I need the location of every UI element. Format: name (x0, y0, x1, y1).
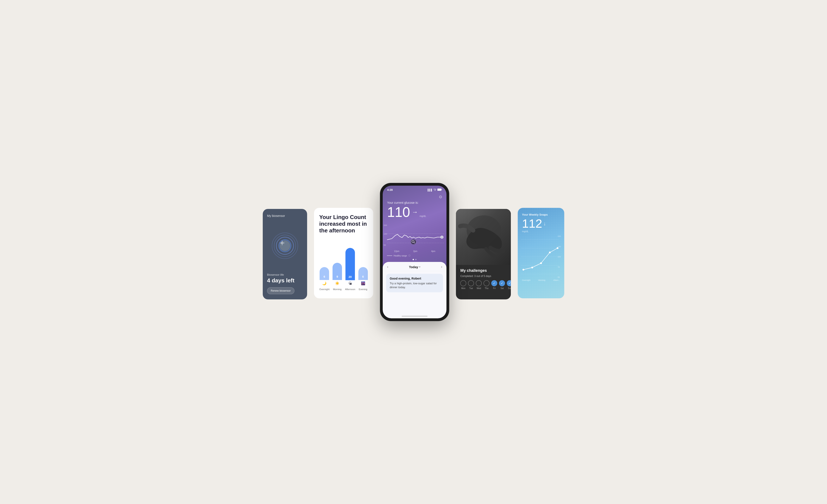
day-circle-sun: ✓ (507, 280, 510, 286)
day-item-sat: ✓ Sat (499, 280, 505, 290)
bar-label-evening: Evening (359, 288, 368, 291)
greeting-title: Good evening, Robert (390, 277, 440, 280)
biosensor-card: My biosensor Biosensor life (263, 209, 307, 299)
glucose-chart: 200 130 55 (383, 222, 446, 248)
biosensor-days-left: 4 days left (267, 277, 303, 284)
y-label-100: 100 (557, 256, 561, 258)
phone-bottom-section: ‹ Today ▾ › Good evening, Robert Try a h… (383, 262, 446, 318)
day-item-wed: Wed (476, 280, 482, 290)
bar-col-morning: 9 ☀️ Morning (332, 246, 342, 291)
bar-col-evening: 6 🌆 Evening (358, 246, 368, 291)
day-label-fri: Fri (493, 287, 496, 290)
day-label-sat: Sat (500, 287, 504, 290)
challenges-days-row: Mon Tue Wed Thu ✓ (460, 280, 506, 290)
bar-afternoon: 20 (345, 248, 355, 280)
phone-frame: 4:28 ▌▌▌ (380, 183, 449, 321)
weekly-snaps-card: Your Weekly Snaps 112 ↓ mg/dL 200 140 10… (518, 208, 564, 298)
healthy-range-line (387, 255, 392, 256)
day-label-sun: Sun (508, 287, 511, 290)
healthy-range-indicator: Healthy range ⓘ (383, 254, 446, 257)
bar-label-morning: Morning (333, 288, 342, 291)
challenges-content: My challenges Completed: 3 out of 5 days… (456, 265, 510, 299)
glucose-number: 110 (387, 205, 410, 219)
svg-text:55: 55 (384, 244, 386, 246)
day-item-mon: Mon (460, 280, 466, 290)
prev-date-button[interactable]: ‹ (387, 265, 388, 269)
weekly-unit: mg/dL (522, 230, 560, 233)
day-item-fri: ✓ Fri (491, 280, 497, 290)
lingo-bar-chart: 6 🌙 Overnight 9 ☀️ Morning (319, 239, 368, 291)
battery-icon (437, 189, 442, 191)
status-time: 4:28 (387, 188, 393, 192)
signal-icon: ▌▌▌ (428, 189, 433, 191)
renew-biosensor-button[interactable]: Renew biosensor (267, 287, 294, 294)
phone-container: 4:28 ▌▌▌ (380, 183, 449, 321)
challenges-progress: Completed: 3 out of 5 days (460, 274, 506, 278)
biosensor-center-icon (280, 240, 290, 251)
bar-value-morning: 9 (336, 275, 338, 278)
phone-screen: 4:28 ▌▌▌ (383, 186, 446, 318)
day-circle-sat: ✓ (499, 280, 505, 286)
day-label-mon: Mon (461, 287, 466, 290)
date-navigation: ‹ Today ▾ › (383, 262, 446, 271)
target-icon: ⊙ (387, 195, 442, 199)
page-dots (383, 259, 446, 260)
challenges-image (456, 209, 510, 265)
glucose-section: ⊙ Your current glucose is: 110 → mg/dL (383, 193, 446, 222)
chart-label-2pm: 2pm (413, 250, 417, 252)
lingo-count-card: Your Lingo Count increased most in the a… (314, 208, 373, 298)
svg-point-24 (540, 262, 542, 264)
bar-value-overnight: 6 (324, 275, 325, 278)
biosensor-life-label: Biosensor life (267, 273, 303, 276)
next-date-button[interactable]: › (441, 265, 442, 269)
day-circle-wed (476, 280, 482, 286)
biosensor-title: My biosensor (267, 214, 303, 217)
scene: My biosensor Biosensor life (263, 174, 564, 330)
bar-col-afternoon: 20 🌤 Afternoon (345, 246, 355, 291)
chart-x-labels: 12pm 2pm 4pm (383, 250, 446, 252)
bar-value-evening: 6 (362, 275, 364, 278)
day-label-wed: Wed (477, 287, 481, 290)
svg-point-25 (549, 252, 551, 253)
svg-rect-6 (441, 189, 442, 190)
day-item-tue: Tue (468, 280, 474, 290)
day-circle-tue (468, 280, 474, 286)
page-dot-1[interactable] (412, 259, 414, 260)
day-label-thu: Thu (485, 287, 488, 290)
bar-col-overnight: 6 🌙 Overnight (319, 246, 330, 291)
y-label-200: 200 (557, 235, 561, 237)
date-label[interactable]: Today ▾ (409, 265, 421, 269)
page-dot-2[interactable] (415, 259, 417, 260)
svg-point-12 (441, 236, 443, 239)
evening-icon: 🌆 (361, 281, 365, 285)
overnight-icon: 🌙 (322, 281, 327, 285)
status-icons: ▌▌▌ (428, 189, 442, 191)
bar-label-afternoon: Afternoon (345, 288, 355, 291)
chart-label-12pm: 12pm (394, 250, 399, 252)
challenges-title: My challenges (460, 268, 506, 273)
weekly-value-row: 112 ↓ (522, 217, 560, 230)
glucose-arrow: → (412, 209, 418, 216)
bar-morning: 9 (333, 263, 342, 280)
svg-text:200: 200 (384, 224, 387, 226)
y-label-140: 140 (557, 246, 561, 248)
weekly-glucose-value: 112 (522, 217, 542, 230)
today-label: Today (409, 265, 418, 269)
bar-label-overnight: Overnight (319, 288, 330, 291)
bar-evening: 6 (358, 267, 368, 280)
biosensor-rings (271, 232, 299, 260)
greeting-text: Try a high-protein, low-sugar salad for … (390, 282, 440, 289)
day-circle-fri: ✓ (491, 280, 497, 286)
svg-text:130: 130 (384, 233, 387, 235)
day-circle-mon (460, 280, 466, 286)
healthy-range-label: Healthy range (393, 255, 407, 257)
svg-point-4 (281, 242, 283, 244)
healthy-range-info-icon: ⓘ (408, 254, 410, 257)
weekly-trend-arrow: ↓ (543, 221, 546, 226)
challenges-card: My challenges Completed: 3 out of 5 days… (456, 209, 510, 299)
svg-point-13 (411, 239, 416, 245)
day-circle-thu (484, 280, 490, 286)
svg-point-23 (531, 267, 533, 268)
lingo-heading: Your Lingo Count increased most in the a… (319, 214, 368, 234)
day-item-thu: Thu (484, 280, 490, 290)
